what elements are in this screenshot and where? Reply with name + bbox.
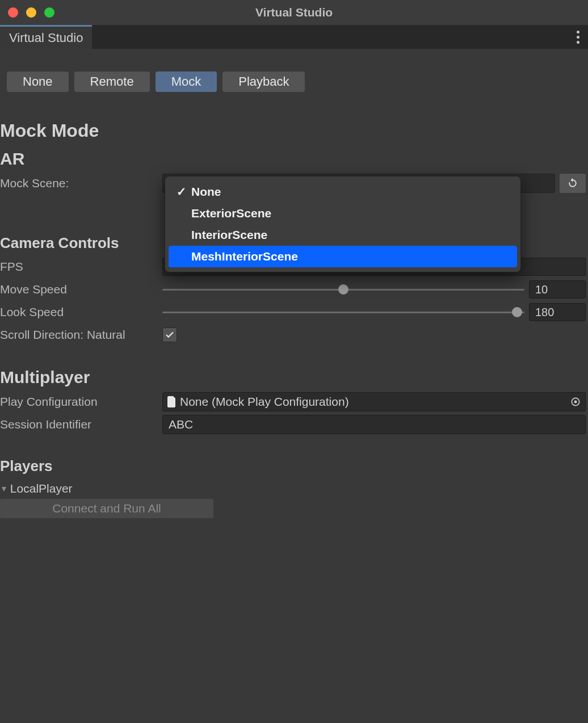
refresh-icon — [567, 178, 578, 189]
mode-mock-button[interactable]: Mock — [156, 72, 217, 92]
local-player-foldout[interactable]: ▼ LocalPlayer — [0, 478, 588, 495]
zoom-window-button[interactable] — [44, 7, 54, 18]
window-title: Virtual Studio — [0, 6, 588, 19]
dropdown-item-exterior[interactable]: ExteriorScene — [169, 203, 517, 224]
traffic-lights — [0, 7, 54, 18]
dropdown-item-mesh-interior[interactable]: MeshInteriorScene — [169, 246, 517, 267]
multiplayer-heading: Multiplayer — [0, 346, 588, 390]
mode-row: None Remote Mock Playback — [0, 49, 588, 92]
mode-remote-button[interactable]: Remote — [74, 72, 150, 92]
dropdown-item-label: MeshInteriorScene — [191, 250, 298, 263]
target-icon — [570, 396, 581, 407]
check-icon: ✓ — [177, 185, 187, 199]
tab-virtual-studio[interactable]: Virtual Studio — [0, 25, 92, 49]
fps-label: FPS — [0, 260, 162, 274]
object-picker-button[interactable] — [569, 396, 582, 408]
move-speed-slider[interactable] — [162, 289, 524, 291]
dropdown-item-label: InteriorScene — [191, 228, 267, 242]
move-speed-value[interactable] — [529, 280, 586, 299]
refresh-button[interactable] — [560, 174, 586, 193]
look-speed-value[interactable] — [529, 303, 586, 321]
mode-playback-button[interactable]: Playback — [222, 72, 305, 92]
scroll-direction-checkbox[interactable] — [162, 327, 177, 342]
play-config-label: Play Configuration — [0, 395, 162, 409]
mock-scene-label: Mock Scene: — [0, 176, 162, 190]
close-window-button[interactable] — [8, 7, 18, 18]
connect-run-all-button[interactable]: Connect and Run All — [0, 499, 213, 518]
session-id-label: Session Identifier — [0, 418, 162, 431]
mock-scene-dropdown-popup: ✓ None ExteriorScene InteriorScene MeshI… — [165, 176, 521, 272]
move-speed-thumb[interactable] — [338, 284, 348, 295]
look-speed-label: Look Speed — [0, 305, 162, 319]
kebab-menu-icon[interactable] — [568, 25, 588, 49]
svg-point-1 — [574, 401, 577, 403]
scroll-direction-label: Scroll Direction: Natural — [0, 328, 162, 342]
foldout-arrow-icon: ▼ — [0, 484, 8, 493]
mode-none-button[interactable]: None — [7, 72, 69, 92]
play-config-value: None (Mock Play Configuration) — [180, 395, 349, 409]
check-icon — [165, 330, 175, 340]
dropdown-item-label: ExteriorScene — [191, 207, 271, 220]
dropdown-item-interior[interactable]: InteriorScene — [169, 224, 517, 246]
ar-heading: AR — [0, 141, 588, 169]
dropdown-item-none[interactable]: ✓ None — [169, 181, 517, 203]
look-speed-thumb[interactable] — [512, 307, 522, 317]
document-icon — [167, 396, 177, 407]
mock-mode-heading: Mock Mode — [0, 92, 588, 141]
titlebar: Virtual Studio — [0, 0, 588, 25]
players-heading: Players — [0, 436, 588, 478]
minimize-window-button[interactable] — [26, 7, 36, 18]
play-config-field[interactable]: None (Mock Play Configuration) — [162, 392, 586, 411]
local-player-label: LocalPlayer — [10, 482, 73, 495]
look-speed-slider[interactable] — [162, 312, 524, 313]
tabstrip: Virtual Studio — [0, 25, 588, 49]
move-speed-label: Move Speed — [0, 283, 162, 296]
dropdown-item-label: None — [191, 185, 221, 199]
session-id-input[interactable] — [162, 415, 586, 434]
